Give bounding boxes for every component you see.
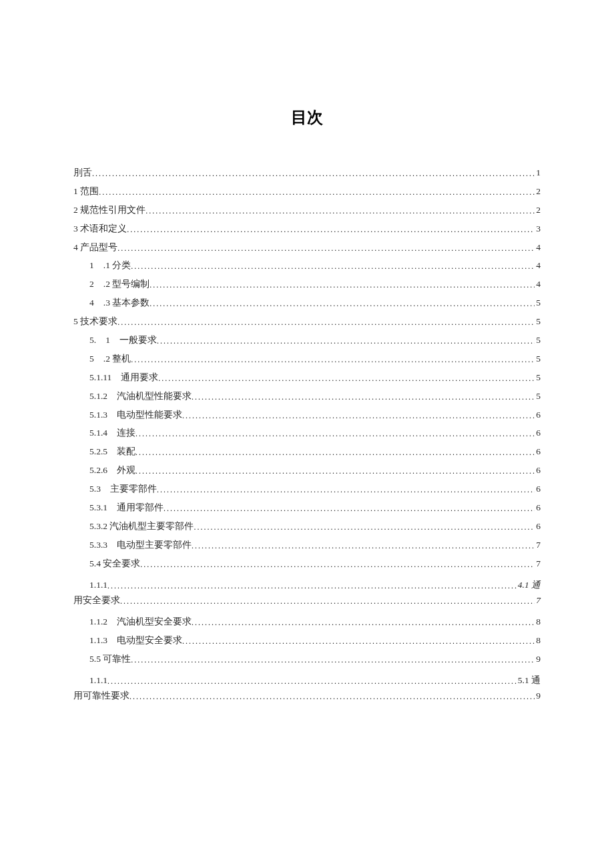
toc-entry: 1.1.3 电动型安全要求8 [73, 636, 541, 645]
toc-leader-dots [107, 675, 517, 688]
toc-page-number: 5 [535, 354, 541, 364]
toc-page-number: 4 [535, 261, 541, 270]
toc-entry: 5.1.11 通用要求5 [73, 373, 541, 382]
toc-entry: 5.4 安全要求7 [73, 559, 541, 568]
toc-entry: 5.3.2 汽油机型主要零部件6 [73, 522, 541, 531]
document-page: 目次 刖舌11 范围22 规范性引用文件23 术语和定义34 产品型号41 .1… [0, 0, 614, 753]
toc-entry-line: 用可靠性要求9 [73, 689, 541, 704]
toc-entry-label: 用可靠性要求 [73, 689, 129, 704]
toc-entry-label: 1.1.1 [89, 578, 107, 593]
toc-leader-dots [135, 467, 535, 475]
toc-entry: 5.1.4 连接6 [73, 428, 541, 438]
toc-entry: 4 产品型号4 [73, 243, 541, 252]
toc-entry: 1.1.15.1 通用可靠性要求9 [73, 673, 541, 704]
toc-entry: 1 范围2 [73, 187, 541, 196]
toc-leader-dots [131, 262, 535, 270]
toc-entry-label: 4 产品型号 [73, 243, 117, 252]
toc-leader-dots [164, 504, 535, 512]
toc-entry: 2 .2 型号编制4 [73, 280, 541, 289]
toc-entry: 5.3 主要零部件6 [73, 484, 541, 494]
toc-page-number: 7 [535, 559, 541, 568]
toc-entry-label: 5.4 安全要求 [89, 559, 140, 568]
toc-entry: 5.2.5 装配6 [73, 447, 541, 456]
toc-leader-dots [149, 300, 535, 308]
toc-entry-label: 用安全要求 [73, 593, 120, 608]
toc-entry: 5. 1 一般要求5 [73, 336, 541, 345]
toc-entry: 刖舌1 [73, 168, 541, 177]
toc-leader-dots [158, 374, 535, 382]
toc-leader-dots [182, 637, 535, 645]
toc-page-number: 6 [535, 447, 541, 456]
toc-entry-label: 1.1.3 电动型安全要求 [89, 636, 182, 645]
toc-page-number: 4 [535, 243, 541, 252]
toc-entry-label: 2 .2 型号编制 [89, 280, 149, 289]
toc-page-number: 6 [535, 484, 541, 494]
toc-entry: 5.1.2 汽油机型性能要求5 [73, 392, 541, 401]
toc-page-number: 9 [535, 655, 541, 664]
toc-title: 目次 [73, 107, 541, 128]
toc-entry: 5 .2 整机5 [73, 354, 541, 364]
toc-entry-label: 刖舌 [73, 168, 92, 177]
toc-entry-line: 用安全要求7 [73, 593, 541, 608]
toc-page-number: 5 [535, 373, 541, 382]
toc-page-number: 6 [535, 522, 541, 531]
toc-entry: 5 技术要求5 [73, 317, 541, 326]
toc-entry-label: 5.1.11 通用要求 [89, 373, 158, 382]
toc-entry-label: 5. 1 一般要求 [89, 336, 157, 345]
toc-page-number: 4 [535, 280, 541, 289]
toc-entry: 5.3.1 通用零部件6 [73, 503, 541, 512]
toc-leader-dots [135, 448, 535, 456]
toc-entry-label: 5.3.1 通用零部件 [89, 503, 164, 512]
toc-leader-dots [140, 560, 535, 568]
toc-entry-label: 5.2.5 装配 [89, 447, 135, 456]
toc-page-number: 3 [535, 224, 541, 234]
toc-entry: 5.2.6 外观6 [73, 466, 541, 475]
toc-leader-dots [99, 188, 535, 196]
toc-leader-dots [192, 393, 535, 401]
toc-leader-dots [92, 169, 535, 177]
toc-page-number: 5 [535, 317, 541, 326]
toc-leader-dots [149, 281, 535, 289]
toc-entry-label: 5.3.3 电动型主要零部件 [89, 540, 192, 550]
toc-page-number: 5 [535, 392, 541, 401]
toc-page-number: 6 [535, 466, 541, 475]
toc-entry-label: 5.2.6 外观 [89, 466, 135, 475]
toc-entry-label: 2 规范性引用文件 [73, 205, 145, 215]
toc-page-number: 8 [535, 617, 541, 626]
toc-leader-dots [192, 618, 535, 626]
toc-page-number: 7 [535, 540, 541, 550]
toc-page-number: 5 [535, 336, 541, 345]
toc-leader-dots [157, 337, 535, 345]
toc-entry-label: 1 范围 [73, 187, 99, 196]
toc-page-number: 7 [535, 593, 541, 608]
toc-entry-label: 5.1.4 连接 [89, 428, 135, 438]
toc-page-number: 6 [535, 410, 541, 420]
toc-page-number: 2 [535, 205, 541, 215]
toc-entry-line: 1.1.14.1 通 [89, 578, 541, 593]
toc-entry-label: 5.5 可靠性 [89, 655, 131, 664]
toc-leader-dots [107, 579, 517, 592]
toc-leader-dots [117, 318, 535, 326]
table-of-contents: 刖舌11 范围22 规范性引用文件23 术语和定义34 产品型号41 .1 分类… [73, 168, 541, 704]
toc-leader-dots [129, 690, 535, 703]
toc-leader-dots [192, 542, 535, 550]
toc-entry-line: 1.1.15.1 通 [89, 673, 541, 689]
toc-page-number: 6 [535, 503, 541, 512]
toc-entry-label: 5 .2 整机 [89, 354, 131, 364]
toc-page-fragment: 5.1 通 [517, 673, 541, 689]
toc-entry-label: 5 技术要求 [73, 317, 117, 326]
toc-leader-dots [131, 656, 535, 664]
toc-page-number: 6 [535, 428, 541, 438]
toc-leader-dots [145, 207, 535, 215]
toc-leader-dots [157, 486, 535, 494]
toc-entry: 5.1.3 电动型性能要求6 [73, 410, 541, 420]
toc-page-number: 9 [535, 689, 541, 704]
toc-entry-label: 1 .1 分类 [89, 261, 131, 270]
toc-entry-label: 1.1.1 [89, 673, 107, 689]
toc-page-number: 8 [535, 636, 541, 645]
toc-entry-label: 3 术语和定义 [73, 224, 127, 234]
toc-entry: 4 .3 基本参数5 [73, 298, 541, 308]
toc-entry-label: 5.3.2 汽油机型主要零部件 [89, 522, 194, 531]
toc-page-number: 5 [535, 298, 541, 308]
toc-page-number: 2 [535, 187, 541, 196]
